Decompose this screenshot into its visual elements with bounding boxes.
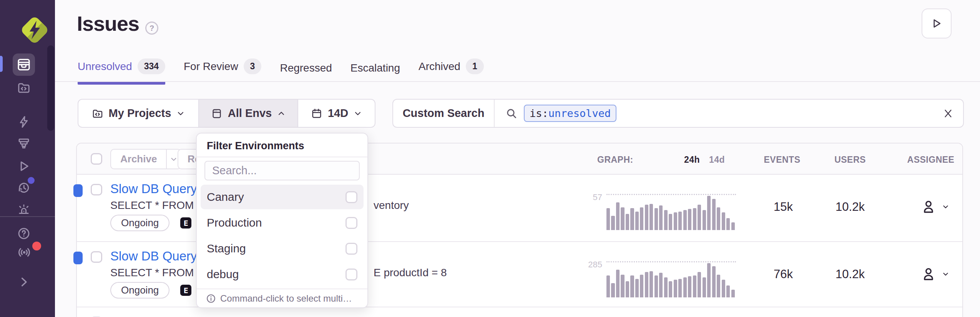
status-badge: Ongoing: [110, 282, 169, 299]
issue-title-link[interactable]: Slow DB Query: [110, 249, 197, 264]
users-count: 10.2k: [835, 200, 865, 214]
siren-icon: [17, 203, 31, 217]
play-icon: [17, 159, 31, 173]
archive-button[interactable]: Archive: [110, 149, 181, 169]
tab-escalating[interactable]: Escalating: [350, 62, 400, 85]
sentry-logo[interactable]: [18, 13, 51, 47]
clear-search-button[interactable]: [942, 108, 954, 119]
tour-play-button[interactable]: [922, 8, 952, 38]
chevron-down-icon: [176, 109, 185, 118]
row-checkbox[interactable]: [91, 184, 102, 195]
environment-list: Canary Production Staging debug: [201, 185, 364, 288]
sidebar-item-projects[interactable]: [17, 81, 31, 95]
assignee-selector[interactable]: [920, 199, 949, 215]
help-icon: [17, 227, 31, 240]
issue-level-indicator: [73, 184, 83, 197]
event-sparkline: [606, 262, 736, 297]
chevron-down-icon: [942, 203, 949, 210]
env-checkbox[interactable]: [345, 217, 357, 229]
issue-culprit-end: E productId = 8: [374, 267, 447, 279]
graph-14d-toggle[interactable]: 14d: [709, 155, 725, 165]
projects-filter-button[interactable]: My Projects: [78, 100, 198, 127]
chevron-up-icon: [277, 109, 286, 118]
tab-archived[interactable]: Archived 1: [419, 58, 484, 85]
issues-icon: [17, 57, 31, 72]
issue-culprit: SELECT * FROM re: [110, 267, 206, 279]
sidebar-item-performance[interactable]: [17, 137, 31, 150]
column-assignee: ASSIGNEE: [907, 155, 955, 165]
search-input[interactable]: is:unresolved: [495, 100, 963, 127]
assignee-selector[interactable]: [920, 266, 949, 282]
sidebar-item-help[interactable]: [17, 227, 31, 240]
issue-title-link[interactable]: Slow DB Query: [110, 182, 197, 196]
tab-count-badge: 334: [138, 58, 165, 74]
sidebar-item-whats-new[interactable]: [17, 245, 32, 260]
sidebar-item-replays[interactable]: [17, 159, 31, 173]
tab-unresolved[interactable]: Unresolved 334: [78, 58, 165, 85]
sidebar: [0, 0, 55, 317]
events-count: 15k: [774, 200, 793, 214]
page-help-button[interactable]: ?: [145, 22, 158, 35]
search-icon: [505, 107, 518, 120]
search-bar: Custom Search is:unresolved: [392, 99, 964, 128]
chevron-right-icon: [17, 275, 31, 289]
env-option-canary[interactable]: Canary: [201, 185, 364, 209]
users-count: 10.2k: [835, 267, 865, 281]
issue-culprit: SELECT * FROM p: [110, 199, 203, 212]
search-token[interactable]: is:unresolved: [524, 105, 616, 122]
chevron-down-icon: [942, 270, 949, 278]
tab-count-badge: 3: [244, 58, 262, 74]
column-graph: GRAPH:: [597, 155, 633, 165]
assignee-user-icon: [920, 199, 937, 215]
page-title: Issues: [77, 12, 139, 35]
events-count: 76k: [774, 267, 793, 281]
env-checkbox[interactable]: [345, 191, 357, 203]
environment-search-input[interactable]: [204, 161, 360, 180]
sidebar-item-alerts[interactable]: [17, 203, 31, 217]
graph-24h-toggle[interactable]: 24h: [684, 155, 700, 165]
env-option-debug[interactable]: debug: [201, 262, 364, 287]
tab-for-review[interactable]: For Review 3: [184, 58, 261, 85]
releases-badge-dot: [28, 177, 35, 184]
graph-peak-label: 285: [550, 260, 602, 270]
chevron-down-icon: [354, 109, 362, 118]
environments-icon: [211, 108, 223, 119]
close-icon: [942, 108, 954, 119]
event-sparkline: [606, 195, 736, 230]
funnel-icon: [17, 137, 31, 150]
custom-search-button[interactable]: Custom Search: [393, 100, 495, 127]
lightning-icon: [17, 115, 31, 129]
sidebar-item-issues[interactable]: [13, 53, 35, 76]
env-checkbox[interactable]: [345, 269, 357, 280]
play-icon: [931, 18, 942, 29]
chevron-down-icon: [170, 155, 178, 163]
environments-filter-button[interactable]: All Envs: [198, 100, 298, 127]
tab-regressed[interactable]: Regressed: [280, 62, 332, 85]
dropdown-title: Filter Environments: [197, 133, 367, 157]
column-events: EVENTS: [764, 155, 800, 165]
issues-page: Issues ? Unresolved 334 For Review 3 Reg…: [0, 0, 980, 317]
select-all-checkbox[interactable]: [91, 153, 102, 165]
issue-culprit-end: ventory: [374, 199, 409, 212]
issue-row: [77, 307, 962, 317]
graph-peak-label: 57: [550, 192, 602, 202]
platform-icon: E: [180, 217, 191, 229]
column-users: USERS: [834, 155, 866, 165]
env-option-production[interactable]: Production: [201, 210, 364, 235]
sidebar-item-quickstart[interactable]: [17, 115, 31, 129]
sidebar-scrollbar[interactable]: [47, 45, 54, 131]
env-checkbox[interactable]: [345, 243, 357, 255]
env-option-staging[interactable]: Staging: [201, 236, 364, 261]
row-checkbox[interactable]: [91, 251, 102, 263]
status-badge: Ongoing: [110, 215, 169, 231]
sidebar-divider: [0, 216, 55, 217]
dropdown-footer-hint: Command-click to select multi…: [197, 289, 367, 307]
sidebar-collapse-button[interactable]: [17, 275, 31, 289]
platform-icon: E: [180, 285, 191, 296]
whats-new-badge-dot: [32, 242, 41, 250]
date-range-filter-button[interactable]: 14D: [298, 100, 375, 127]
environments-dropdown: Filter Environments Canary Production St…: [196, 133, 368, 308]
assignee-user-icon: [920, 266, 937, 282]
page-filter-group: My Projects All Envs 14D: [78, 99, 375, 128]
projects-folder-icon: [17, 81, 31, 95]
